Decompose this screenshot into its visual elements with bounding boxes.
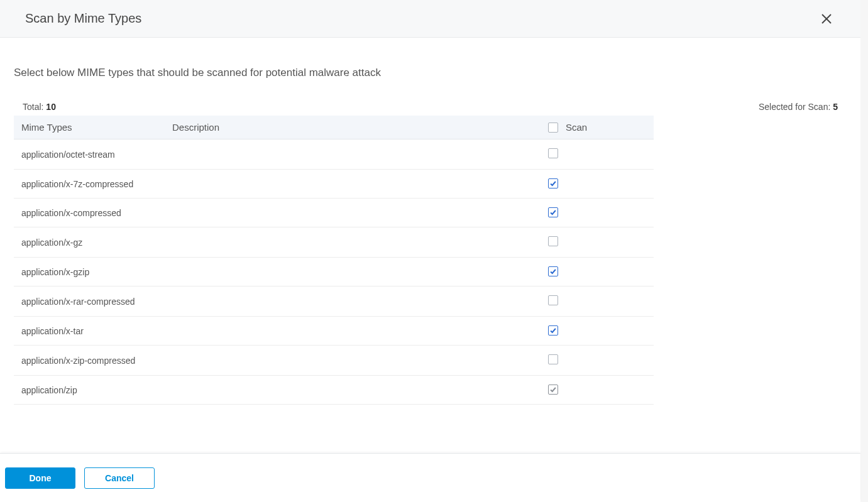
description-cell xyxy=(165,346,541,376)
scan-cell xyxy=(541,139,654,170)
selected-label: Selected for Scan: xyxy=(759,102,830,112)
table-row[interactable]: application/x-gzip xyxy=(14,258,654,286)
mime-type-cell: application/x-compressed xyxy=(14,199,165,227)
description-cell xyxy=(165,317,541,346)
description-cell xyxy=(165,376,541,405)
close-button[interactable] xyxy=(818,10,835,28)
mime-type-cell: application/octet-stream xyxy=(14,139,165,170)
mime-type-cell: application/x-gz xyxy=(14,227,165,258)
scan-cell xyxy=(541,199,654,227)
total-count: 10 xyxy=(46,102,56,112)
scan-checkbox[interactable] xyxy=(548,207,558,217)
scan-cell xyxy=(541,286,654,317)
scan-cell xyxy=(541,317,654,346)
description-cell xyxy=(165,258,541,286)
scan-checkbox[interactable] xyxy=(548,295,558,305)
scan-checkbox[interactable] xyxy=(548,385,558,395)
description-cell xyxy=(165,170,541,199)
scan-checkbox[interactable] xyxy=(548,178,558,188)
scan-cell xyxy=(541,346,654,376)
table-row[interactable]: application/x-compressed xyxy=(14,199,654,227)
description-cell xyxy=(165,199,541,227)
scan-cell xyxy=(541,170,654,199)
total-summary: Total: 10 xyxy=(23,102,56,112)
check-icon xyxy=(549,268,557,275)
mime-type-cell: application/x-zip-compressed xyxy=(14,346,165,376)
summary-row: Total: 10 Selected for Scan: 5 xyxy=(0,90,860,116)
mime-type-cell: application/x-tar xyxy=(14,317,165,346)
scan-cell xyxy=(541,376,654,405)
mime-table-wrap: Mime Types Description Scan xyxy=(14,116,847,453)
check-icon xyxy=(549,327,557,334)
description-cell xyxy=(165,139,541,170)
table-row[interactable]: application/zip xyxy=(14,376,654,405)
scan-checkbox[interactable] xyxy=(548,148,558,158)
table-row[interactable]: application/x-rar-compressed xyxy=(14,286,654,317)
header-mime-types[interactable]: Mime Types xyxy=(14,116,165,139)
scan-cell xyxy=(541,258,654,286)
scan-checkbox[interactable] xyxy=(548,266,558,276)
scan-cell xyxy=(541,227,654,258)
description-cell xyxy=(165,227,541,258)
scan-select-all-checkbox[interactable] xyxy=(548,123,558,133)
dialog-title: Scan by Mime Types xyxy=(25,11,141,26)
selected-count: 5 xyxy=(833,102,838,112)
scan-checkbox[interactable] xyxy=(548,354,558,364)
mime-table-scroll[interactable]: Mime Types Description Scan xyxy=(14,116,847,453)
dialog-footer: Done Cancel xyxy=(0,453,860,502)
total-label: Total: xyxy=(23,102,43,112)
mime-type-cell: application/x-gzip xyxy=(14,258,165,286)
dialog-body: Select below MIME types that should be s… xyxy=(0,38,860,453)
table-row[interactable]: application/x-7z-compressed xyxy=(14,170,654,199)
description-cell xyxy=(165,286,541,317)
check-icon xyxy=(549,180,557,187)
dialog-scan-by-mime-types: Scan by Mime Types Select below MIME typ… xyxy=(0,0,868,502)
header-description[interactable]: Description xyxy=(165,116,541,139)
cancel-button[interactable]: Cancel xyxy=(84,467,155,489)
done-button[interactable]: Done xyxy=(5,467,75,489)
header-scan-label: Scan xyxy=(566,122,587,133)
dialog-header: Scan by Mime Types xyxy=(0,0,860,38)
header-scan: Scan xyxy=(541,116,654,139)
mime-table: Mime Types Description Scan xyxy=(14,116,654,405)
close-icon xyxy=(820,13,833,25)
scan-checkbox[interactable] xyxy=(548,325,558,336)
mime-type-cell: application/zip xyxy=(14,376,165,405)
table-row[interactable]: application/x-gz xyxy=(14,227,654,258)
check-icon xyxy=(549,386,557,393)
mime-type-cell: application/x-rar-compressed xyxy=(14,286,165,317)
check-icon xyxy=(549,209,557,216)
mime-type-cell: application/x-7z-compressed xyxy=(14,170,165,199)
scan-checkbox[interactable] xyxy=(548,236,558,246)
table-header-row: Mime Types Description Scan xyxy=(14,116,654,139)
table-row[interactable]: application/x-zip-compressed xyxy=(14,346,654,376)
table-row[interactable]: application/octet-stream xyxy=(14,139,654,170)
table-row[interactable]: application/x-tar xyxy=(14,317,654,346)
selected-summary: Selected for Scan: 5 xyxy=(759,102,838,112)
mime-tbody: application/octet-streamapplication/x-7z… xyxy=(14,139,654,405)
instruction-text: Select below MIME types that should be s… xyxy=(0,38,860,90)
